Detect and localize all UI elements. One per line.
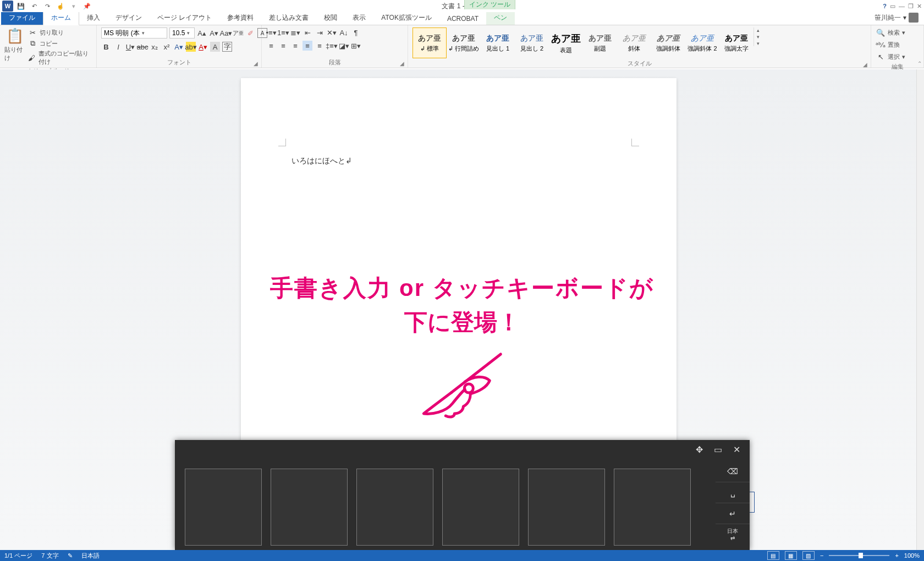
- zoom-slider[interactable]: [829, 555, 889, 556]
- bullets-icon[interactable]: •≡▾: [266, 28, 276, 37]
- tab-view[interactable]: 表示: [345, 11, 373, 25]
- view-read-mode-icon[interactable]: ▤: [767, 551, 779, 560]
- tab-file[interactable]: ファイル: [1, 11, 43, 25]
- styles-more-button[interactable]: ▴▾▾: [754, 28, 762, 46]
- touch-mode-icon[interactable]: ☝: [55, 1, 66, 12]
- paste-button[interactable]: 貼り付け: [4, 46, 25, 62]
- ruby-icon[interactable]: ア亜: [233, 28, 243, 38]
- char-shading-icon[interactable]: A: [210, 42, 220, 52]
- align-left-icon[interactable]: ≡: [266, 41, 276, 51]
- view-web-layout-icon[interactable]: ▧: [802, 551, 815, 560]
- sort-icon[interactable]: A↓: [339, 28, 349, 37]
- line-spacing-icon[interactable]: ‡≡▾: [327, 41, 337, 51]
- copy-button[interactable]: ⧉コピー: [28, 38, 92, 48]
- italic-icon[interactable]: I: [113, 42, 123, 52]
- view-print-layout-icon[interactable]: ▦: [785, 551, 797, 560]
- zoom-out-button[interactable]: −: [820, 552, 823, 559]
- style-item[interactable]: あア亜↲ 標準: [413, 28, 447, 58]
- multilevel-list-icon[interactable]: ≣▾: [290, 28, 300, 37]
- hw-dock-icon[interactable]: ▭: [711, 443, 724, 456]
- align-right-icon[interactable]: ≡: [290, 41, 300, 51]
- hw-input-cell[interactable]: [356, 469, 433, 546]
- tab-page-layout[interactable]: ページ レイアウト: [150, 11, 219, 25]
- select-button[interactable]: ↖選択▾: [876, 52, 905, 62]
- format-painter-button[interactable]: 🖌書式のコピー/貼り付け: [28, 50, 92, 66]
- close-button[interactable]: ✕: [917, 3, 922, 10]
- underline-icon[interactable]: U▾: [125, 42, 135, 52]
- style-item[interactable]: あア亜見出し 2: [515, 28, 549, 58]
- hw-space-button[interactable]: ␣: [716, 482, 750, 503]
- hw-input-cell[interactable]: [442, 469, 519, 546]
- shrink-font-icon[interactable]: A▾: [209, 28, 219, 38]
- font-name-combo[interactable]: MS 明朝 (本▾: [101, 28, 167, 38]
- style-item[interactable]: あア亜強調斜体: [651, 28, 685, 58]
- account-name[interactable]: 笹川純一 ▾: [869, 10, 924, 25]
- hw-input-cell[interactable]: [614, 469, 691, 546]
- style-item[interactable]: あア亜強調太字: [719, 28, 754, 58]
- ribbon-display-options-icon[interactable]: ▭: [890, 3, 895, 10]
- hw-input-cell[interactable]: [271, 469, 348, 546]
- style-item[interactable]: あア亜見出し 1: [481, 28, 515, 58]
- hw-input-cell[interactable]: [185, 469, 262, 546]
- qat-more-icon[interactable]: ▾: [68, 1, 79, 12]
- status-word-count[interactable]: 7 文字: [41, 552, 58, 560]
- style-item[interactable]: あア亜強調斜体 2: [685, 28, 719, 58]
- help-icon[interactable]: ?: [883, 3, 887, 9]
- shading-icon[interactable]: ◪▾: [339, 41, 349, 51]
- status-spellcheck-icon[interactable]: ✎: [68, 552, 73, 559]
- bold-icon[interactable]: B: [101, 42, 111, 52]
- vertical-scrollbar[interactable]: [916, 69, 924, 550]
- paste-icon[interactable]: 📋: [6, 28, 24, 45]
- tab-review[interactable]: 校閲: [316, 11, 345, 25]
- text-effects-icon[interactable]: A▾: [174, 42, 184, 52]
- decrease-indent-icon[interactable]: ⇤: [302, 28, 312, 37]
- increase-indent-icon[interactable]: ⇥: [315, 28, 324, 37]
- minimize-button[interactable]: —: [899, 3, 905, 9]
- grow-font-icon[interactable]: A▴: [197, 28, 207, 38]
- status-page[interactable]: 1/1 ページ: [4, 552, 32, 560]
- align-center-icon[interactable]: ≡: [278, 41, 288, 51]
- hw-lang-button[interactable]: 日本 ⇄: [716, 524, 750, 544]
- status-language[interactable]: 日本語: [81, 552, 100, 560]
- tab-mailings[interactable]: 差し込み文書: [261, 11, 316, 25]
- change-case-icon[interactable]: Aa▾: [221, 28, 231, 38]
- hw-close-icon[interactable]: ✕: [730, 443, 743, 456]
- cut-button[interactable]: ✂切り取り: [28, 28, 92, 37]
- style-item[interactable]: あア亜↲ 行間詰め: [447, 28, 481, 58]
- subscript-icon[interactable]: x₂: [150, 42, 160, 52]
- numbering-icon[interactable]: 1≡▾: [278, 28, 288, 37]
- save-icon[interactable]: 💾: [15, 1, 26, 12]
- pin-icon[interactable]: 📌: [81, 1, 92, 12]
- style-item[interactable]: あア亜副題: [583, 28, 617, 58]
- font-dialog-launcher[interactable]: ◢: [254, 61, 258, 67]
- zoom-in-button[interactable]: +: [895, 552, 898, 559]
- hw-input-cell[interactable]: [528, 469, 605, 546]
- restore-button[interactable]: ❐: [908, 3, 914, 10]
- tab-atok[interactable]: ATOK拡張ツール: [373, 11, 439, 25]
- hw-move-icon[interactable]: ✥: [692, 443, 706, 456]
- hw-backspace-button[interactable]: ⌫: [716, 461, 750, 482]
- hw-enter-button[interactable]: ↵: [716, 503, 750, 524]
- styles-dialog-launcher[interactable]: ◢: [863, 62, 867, 68]
- borders-icon[interactable]: ⊞▾: [351, 41, 361, 51]
- tab-pen[interactable]: ペン: [486, 11, 515, 25]
- show-marks-icon[interactable]: ¶: [351, 28, 361, 37]
- tab-design[interactable]: デザイン: [108, 11, 150, 25]
- style-item[interactable]: あア亜斜体: [617, 28, 651, 58]
- find-button[interactable]: 🔍検索▾: [876, 28, 905, 37]
- clear-formatting-icon[interactable]: ✐: [245, 28, 255, 38]
- tab-insert[interactable]: 挿入: [79, 11, 108, 25]
- document-text[interactable]: いろはにほへと↲: [292, 156, 352, 166]
- collapse-ribbon-icon[interactable]: ⌃: [917, 61, 922, 67]
- tab-home[interactable]: ホーム: [43, 10, 79, 25]
- replace-button[interactable]: ᵃᵇ⁄ₐ置換: [876, 40, 900, 50]
- undo-icon[interactable]: ↶: [29, 1, 40, 12]
- distributed-icon[interactable]: ≡: [315, 41, 324, 51]
- text-direction-icon[interactable]: ✕▾: [327, 28, 337, 37]
- redo-icon[interactable]: ↷: [42, 1, 53, 12]
- tab-references[interactable]: 参考資料: [219, 11, 261, 25]
- highlight-icon[interactable]: ab▾: [186, 42, 196, 52]
- char-border-icon[interactable]: 字: [222, 42, 232, 52]
- font-color-icon[interactable]: A▾: [198, 42, 208, 52]
- font-size-combo[interactable]: 10.5▾: [169, 28, 195, 38]
